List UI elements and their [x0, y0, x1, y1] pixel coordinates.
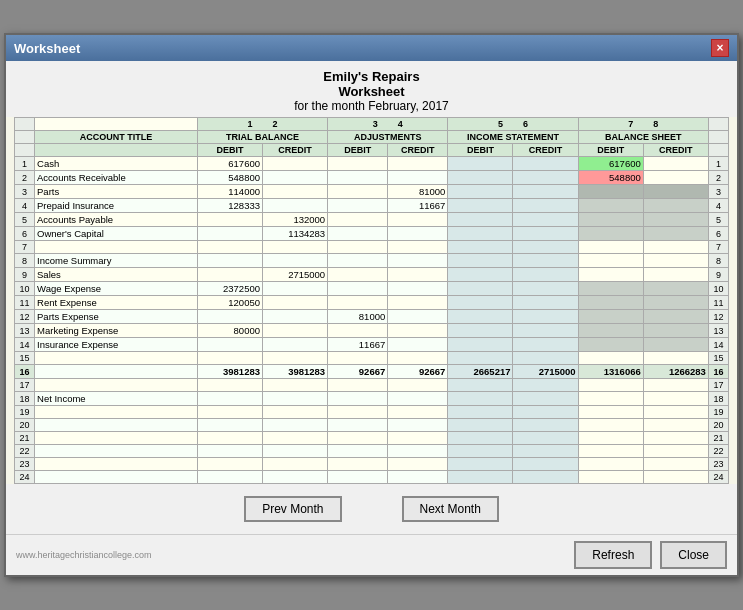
row-num-right: 14	[708, 338, 728, 352]
account-name: Wage Expense	[35, 282, 198, 296]
adj-debit	[328, 379, 388, 392]
account-title-header: ACCOUNT TITLE	[35, 131, 198, 144]
is-credit	[513, 419, 578, 432]
bs-credit	[643, 282, 708, 296]
adj-credit	[388, 406, 448, 419]
bs-debit	[578, 310, 643, 324]
tb-debit-header: DEBIT	[197, 144, 262, 157]
row-num-right: 2	[708, 171, 728, 185]
tb-debit	[197, 471, 262, 484]
adj-credit	[388, 458, 448, 471]
is-credit	[513, 471, 578, 484]
adj-debit	[328, 171, 388, 185]
bs-credit	[643, 296, 708, 310]
row-num-right: 5	[708, 213, 728, 227]
tb-debit	[197, 227, 262, 241]
bs-credit	[643, 199, 708, 213]
tb-credit	[262, 352, 327, 365]
table-row: 4 Prepaid Insurance 128333 11667 4	[15, 199, 729, 213]
row-num-right: 22	[708, 445, 728, 458]
is-debit	[448, 458, 513, 471]
report-header: Emily's Repairs Worksheet for the month …	[6, 61, 737, 117]
bs-credit	[643, 458, 708, 471]
adjustments-header: ADJUSTMENTS	[328, 131, 448, 144]
adj-debit	[328, 157, 388, 171]
is-credit: 2715000	[513, 365, 578, 379]
account-name: Prepaid Insurance	[35, 199, 198, 213]
adj-debit	[328, 282, 388, 296]
adj-credit	[388, 227, 448, 241]
adj-debit: 81000	[328, 310, 388, 324]
bs-debit	[578, 338, 643, 352]
adj-debit: 11667	[328, 338, 388, 352]
row-num-right: 11	[708, 296, 728, 310]
bs-debit	[578, 254, 643, 268]
row-num-left: 14	[15, 338, 35, 352]
adj-debit	[328, 227, 388, 241]
tb-debit	[197, 213, 262, 227]
is-credit	[513, 171, 578, 185]
close-button[interactable]: Close	[660, 541, 727, 569]
tb-credit	[262, 419, 327, 432]
tb-credit	[262, 458, 327, 471]
bs-debit	[578, 213, 643, 227]
bs-credit	[643, 157, 708, 171]
bs-debit	[578, 419, 643, 432]
table-row: 22 22	[15, 445, 729, 458]
window-close-button[interactable]: ×	[711, 39, 729, 57]
next-month-button[interactable]: Next Month	[402, 496, 499, 522]
row-num-left: 5	[15, 213, 35, 227]
tb-credit	[262, 296, 327, 310]
title-bar: Worksheet ×	[6, 35, 737, 61]
is-credit	[513, 227, 578, 241]
table-row: 17 17	[15, 379, 729, 392]
adj-credit	[388, 296, 448, 310]
bottom-bar: www.heritagechristiancollege.com Refresh…	[6, 534, 737, 575]
navigation-buttons: Prev Month Next Month	[6, 484, 737, 534]
bs-credit	[643, 254, 708, 268]
row-num-right: 23	[708, 458, 728, 471]
tb-credit: 1134283	[262, 227, 327, 241]
tb-debit: 114000	[197, 185, 262, 199]
bs-credit-header: CREDIT	[643, 144, 708, 157]
row-num-right: 17	[708, 379, 728, 392]
row-num-right: 18	[708, 392, 728, 406]
row-num-left: 16	[15, 365, 35, 379]
adj-credit	[388, 282, 448, 296]
bs-credit	[643, 471, 708, 484]
prev-month-button[interactable]: Prev Month	[244, 496, 341, 522]
tb-debit	[197, 310, 262, 324]
table-row: 24 24	[15, 471, 729, 484]
refresh-button[interactable]: Refresh	[574, 541, 652, 569]
account-name	[35, 365, 198, 379]
is-debit	[448, 445, 513, 458]
adj-debit	[328, 471, 388, 484]
is-debit	[448, 379, 513, 392]
tb-credit	[262, 310, 327, 324]
is-debit	[448, 227, 513, 241]
adj-debit	[328, 199, 388, 213]
bs-credit	[643, 268, 708, 282]
adj-credit	[388, 268, 448, 282]
bs-credit: 1266283	[643, 365, 708, 379]
row-num-left: 12	[15, 310, 35, 324]
tb-credit: 132000	[262, 213, 327, 227]
row-num-left: 17	[15, 379, 35, 392]
bs-credit	[643, 406, 708, 419]
is-debit	[448, 406, 513, 419]
tb-credit	[262, 241, 327, 254]
adj-debit	[328, 213, 388, 227]
is-debit	[448, 213, 513, 227]
col-section-labels-row: ACCOUNT TITLE TRIAL BALANCE ADJUSTMENTS …	[15, 131, 729, 144]
tb-credit	[262, 199, 327, 213]
is-credit	[513, 282, 578, 296]
tb-credit	[262, 282, 327, 296]
tb-debit: 128333	[197, 199, 262, 213]
tb-debit	[197, 338, 262, 352]
is-debit	[448, 471, 513, 484]
tb-credit	[262, 324, 327, 338]
bs-credit	[643, 338, 708, 352]
is-debit	[448, 157, 513, 171]
is-credit	[513, 296, 578, 310]
account-name: Accounts Receivable	[35, 171, 198, 185]
